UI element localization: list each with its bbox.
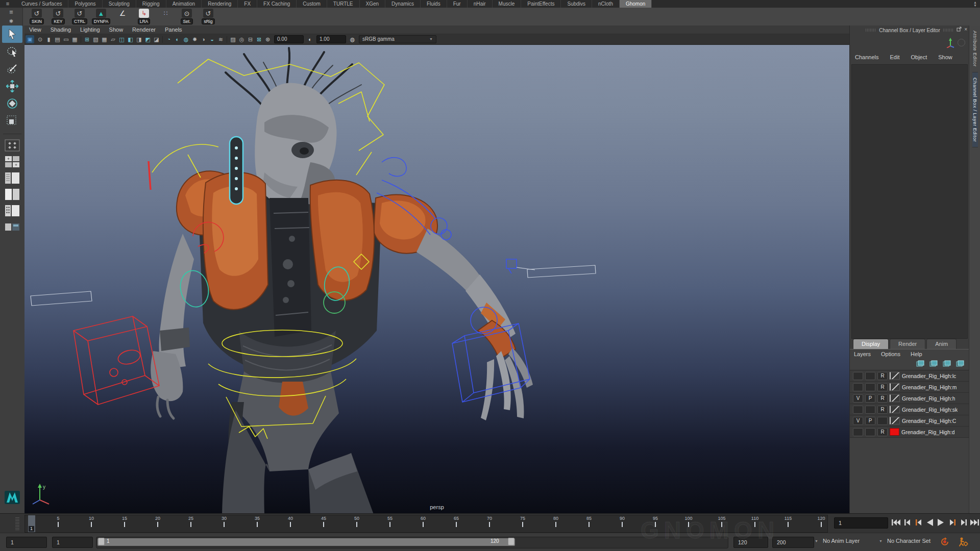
shelf-tab[interactable]: Ghomon <box>620 0 652 8</box>
layer-color-swatch[interactable] <box>890 417 900 424</box>
step-back-key-button[interactable] <box>914 517 923 528</box>
exposure-icon[interactable]: ⊛ <box>263 35 272 43</box>
new-empty-layer-icon[interactable] <box>943 360 951 368</box>
shelf-tab[interactable]: Fluids <box>421 0 447 8</box>
layer-editor-menu-item[interactable]: Layers <box>854 351 871 357</box>
Grenadier_Rig_High:sk[interactable]: R Grenadier_Rig_High:sk <box>850 404 969 415</box>
move-layer-down-icon[interactable] <box>929 360 938 368</box>
Grenadier_Rig_High:C[interactable]: V P Grenadier_Rig_High:C <box>850 415 969 427</box>
channel-list-empty[interactable] <box>851 64 968 339</box>
channel-box-menu-item[interactable]: Show <box>938 54 952 60</box>
two-d-pan-zoom-icon[interactable]: ⊞ <box>83 35 91 43</box>
speed-control-icon[interactable] <box>958 39 965 46</box>
Grenadier_Rig_High:h[interactable]: V P R Grenadier_Rig_High:h <box>850 393 969 404</box>
auto-keyframe-toggle[interactable] <box>939 536 950 547</box>
safe-action-icon[interactable]: ◩ <box>143 35 152 43</box>
textured-icon[interactable]: ◍ <box>182 35 190 43</box>
isolate-icon[interactable]: ⊟ <box>246 35 255 43</box>
camera-attributes-icon[interactable]: ▤ <box>53 35 62 43</box>
grease-pencil-icon[interactable]: ▧ <box>91 35 100 43</box>
contrast-field[interactable]: 1.00 <box>316 35 346 43</box>
step-back-frame-button[interactable] <box>902 517 912 528</box>
new-layer-selected-icon[interactable] <box>956 360 964 368</box>
shelf-tab[interactable]: Subdivs <box>561 0 592 8</box>
shelf-tab[interactable]: Animation <box>166 0 202 8</box>
paint-select-tool-button[interactable] <box>2 60 22 78</box>
side-vertical-tab[interactable]: Attribute Editor <box>972 26 978 72</box>
layer-editor-menu-item[interactable]: Help <box>911 351 922 357</box>
shelf-button-dynpa[interactable]: ▲ DYNPA <box>90 8 112 26</box>
layer-playback-toggle[interactable] <box>865 383 875 391</box>
shelf-button-srig[interactable]: ↺ sRig <box>198 8 219 26</box>
layer-visibility-toggle[interactable] <box>853 428 863 436</box>
side-vertical-tab[interactable]: Channel Box / Layer Editor <box>972 72 978 148</box>
layer-playback-toggle[interactable] <box>865 406 875 414</box>
channel-box-menu-item[interactable]: Edit <box>890 54 899 60</box>
ao-icon[interactable]: ◒ <box>208 35 216 43</box>
layer-name[interactable]: Grenadier_Rig_High:C <box>902 418 956 424</box>
shelf-button-key[interactable]: ↺ KEY <box>47 8 69 26</box>
shadows-icon[interactable]: ◑ <box>199 35 208 43</box>
close-icon[interactable]: × <box>964 27 967 32</box>
panel-menu-item[interactable]: Renderer <box>128 26 160 34</box>
sep2[interactable] <box>161 35 164 43</box>
anim-layer-caret-icon[interactable]: ▼ <box>815 539 818 543</box>
shelf-tab[interactable]: PaintEffects <box>521 0 561 8</box>
motion-blur-icon[interactable]: ≋ <box>216 35 225 43</box>
layer-playback-toggle[interactable] <box>865 372 875 380</box>
layer-name[interactable]: Grenadier_Rig_High:d <box>901 429 954 435</box>
layer-color-swatch[interactable] <box>890 394 900 402</box>
shaded-icon[interactable]: ◐ <box>173 35 182 43</box>
manip-axis-icon[interactable] <box>946 38 955 48</box>
layer-visibility-toggle[interactable]: V <box>853 394 863 403</box>
shelf-tab[interactable]: nHair <box>468 0 493 8</box>
layer-editor-tab[interactable]: Render <box>890 339 925 349</box>
time-slider[interactable]: 1 5 10 15 20 25 <box>24 515 828 533</box>
xray-icon[interactable]: ⊠ <box>255 35 263 43</box>
playback-start-field[interactable]: 1 <box>52 537 93 548</box>
contrast-icon[interactable]: ◐ <box>306 35 314 43</box>
layer-playback-toggle[interactable]: P <box>865 417 875 425</box>
shelf-button-lra[interactable]: ↳ LRA <box>133 8 155 26</box>
scale-tool-button[interactable] <box>2 112 22 130</box>
layer-visibility-toggle[interactable]: V <box>853 417 863 425</box>
panel-menu-item[interactable]: Show <box>105 26 128 34</box>
step-forward-key-button[interactable] <box>947 517 957 528</box>
shelf-button-joint[interactable]: ∠ <box>112 8 133 26</box>
move-layer-up-icon[interactable] <box>916 360 924 368</box>
panel-grip[interactable] <box>866 29 876 32</box>
shelf-button-cluster[interactable]: ∷ <box>155 8 176 26</box>
shelf-tab[interactable]: FX Caching <box>257 0 297 8</box>
range-slider-track[interactable]: 1 120 <box>96 537 728 548</box>
sep1[interactable] <box>79 35 83 43</box>
gamma-icon[interactable]: ◍ <box>348 35 357 43</box>
layer-name[interactable]: Grenadier_Rig_High:lc <box>902 373 956 379</box>
layout-two-pane-button[interactable] <box>4 187 21 202</box>
layer-playback-toggle[interactable]: P <box>865 394 875 403</box>
gate-mask-icon[interactable]: ◧ <box>126 35 135 43</box>
shelf-scroll-arrows[interactable]: ▲ ▼ <box>973 1 980 7</box>
viewport-3d[interactable]: y persp <box>24 45 849 513</box>
shelf-tabs-toggle-icon[interactable]: ≣ <box>9 9 13 15</box>
range-end-handle[interactable] <box>508 538 514 545</box>
channel-box-menu-item[interactable]: Object <box>911 54 927 60</box>
shelf-tab[interactable]: Rigging <box>136 0 166 8</box>
field-chart-icon[interactable]: ◨ <box>135 35 143 43</box>
animation-preferences-button[interactable] <box>958 536 969 547</box>
layer-display-type-toggle[interactable]: R <box>877 428 888 436</box>
layer-display-type-toggle[interactable]: R <box>877 372 888 380</box>
shelf-button-skin[interactable]: ↺ SKIN <box>26 8 47 26</box>
layout-menu-button[interactable] <box>4 138 21 153</box>
layer-name[interactable]: Grenadier_Rig_High:sk <box>902 407 958 413</box>
select-tool-button[interactable] <box>2 26 22 43</box>
shelf-tab[interactable]: Custom <box>297 0 327 8</box>
layer-display-type-toggle[interactable]: R <box>877 406 888 414</box>
shelf-tab[interactable]: FX <box>238 0 257 8</box>
layer-color-swatch[interactable] <box>890 428 899 436</box>
resolution-gate-icon[interactable]: ◫ <box>117 35 126 43</box>
window-menu-icon[interactable]: ≡ <box>0 0 15 8</box>
lasso-tool-button[interactable] <box>2 43 22 60</box>
character-set-caret-icon[interactable]: ▼ <box>879 539 883 543</box>
layer-editor-tab[interactable]: Display <box>853 339 889 349</box>
channel-box-header[interactable]: Channel Box / Layer Editor × <box>850 26 969 35</box>
